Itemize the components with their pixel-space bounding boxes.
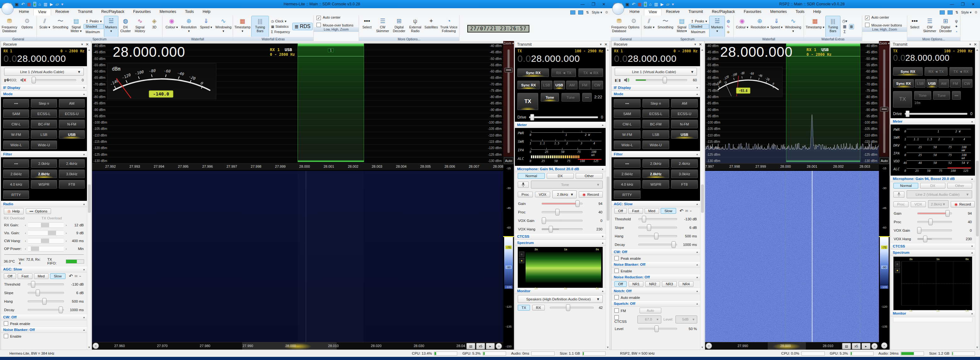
shaded-button[interactable]: Shaded xyxy=(689,24,709,29)
mic-profile-button[interactable]: Normal xyxy=(518,173,545,179)
section-noise-reduction[interactable]: Noise Reduction: Off xyxy=(614,275,650,279)
spinner[interactable] xyxy=(28,222,64,228)
waterfall-palette[interactable]: -15-30-45-60-75-90-105-120-135-150 « xyxy=(879,165,889,350)
ribbon-tab[interactable]: Tools xyxy=(181,8,198,16)
section-mode[interactable]: Mode xyxy=(614,92,623,96)
tx-am-button[interactable]: AM xyxy=(939,79,949,88)
zoom-factor-button[interactable]: x5 xyxy=(476,343,485,349)
tuning-bars-button[interactable]: |||Tuning Bars xyxy=(826,16,840,37)
gear-icon[interactable]: ⚙ xyxy=(974,10,977,14)
graph-icon[interactable]: ⌁ xyxy=(79,274,81,278)
rds-button[interactable]: ≣ xyxy=(849,24,854,29)
mode-button[interactable]: ECSS-L xyxy=(31,109,57,118)
home-icon[interactable]: ⌂ xyxy=(38,2,41,6)
trunk-voice-icon[interactable]: ◔ xyxy=(955,30,958,34)
tx-bandwidth-select[interactable]: 2.8kHz▼ xyxy=(928,200,948,208)
band-scroll-right-button[interactable]: » xyxy=(871,343,878,349)
resolution-button[interactable]: ⊕Resolution ▾ xyxy=(181,16,197,37)
mode-button[interactable]: BC-FM xyxy=(31,120,57,128)
mode-button[interactable]: USB xyxy=(671,130,698,139)
audio-device-select[interactable]: Line 1 (Virtual Audio Cable)▼ xyxy=(4,68,84,76)
digital-decoder-button[interactable]: ⊞Digital Decoder xyxy=(391,16,407,37)
filter-button[interactable]: 2.4kHz xyxy=(59,159,85,168)
spinner[interactable] xyxy=(28,230,64,236)
frequency-database-button[interactable]: ⛃Frequency Database xyxy=(1,16,18,37)
ribbon-tab[interactable]: Rec/Playback xyxy=(97,8,129,16)
signal-meter-button[interactable]: ▤Signal Meter ▾ xyxy=(69,16,83,37)
agc-button[interactable]: Fast xyxy=(18,273,32,279)
section-monitor[interactable]: Monitor xyxy=(893,312,906,315)
section-squelch[interactable]: Squelch: Off xyxy=(614,302,635,306)
filter-button[interactable]: ••• xyxy=(3,159,29,168)
spectrum-bulb-icon[interactable]: ● xyxy=(895,268,900,273)
filter-button[interactable]: 2.0kHz xyxy=(643,159,669,168)
ribbon-tab[interactable]: Transmit xyxy=(684,8,707,16)
mic-profile-button[interactable]: Other xyxy=(576,173,603,179)
rx-from-tx-button[interactable]: RX ◄ TX xyxy=(924,67,948,76)
zoom-slider[interactable] xyxy=(503,46,514,157)
tx-frequency[interactable]: 0.028.000.000 xyxy=(893,53,972,63)
satellites-button[interactable]: ✦Satellites xyxy=(423,16,439,37)
mode-button[interactable]: Wide-L xyxy=(614,141,641,149)
proc-button[interactable]: Proc xyxy=(518,192,533,197)
monitor-icon[interactable] xyxy=(570,10,575,14)
cw-skimmer-button[interactable]: ☰CW Skimmer xyxy=(375,16,390,37)
resolution-button[interactable]: ⊕Resolution ▾ xyxy=(750,16,769,37)
section-if-display[interactable]: IF Display xyxy=(3,86,20,90)
ribbon-tab[interactable]: Home xyxy=(625,8,644,16)
mode-button[interactable]: ECSS-U xyxy=(671,109,698,118)
record-button[interactable]: ◉Record xyxy=(951,201,975,207)
nr-button[interactable]: NR1 xyxy=(628,281,643,287)
slider[interactable] xyxy=(638,227,677,229)
ribbon-tab[interactable]: View xyxy=(644,8,662,16)
panel-collapse-icon[interactable]: ▼ xyxy=(969,43,972,46)
tx-more-button[interactable]: ••• xyxy=(582,93,592,101)
undo-icon[interactable]: ↶ xyxy=(632,2,635,6)
windowing-button[interactable]: ∿Windowing ▾ xyxy=(783,16,803,37)
slider[interactable] xyxy=(542,211,582,213)
ribbon-tab[interactable]: Rec/Playback xyxy=(707,8,739,16)
markers-button[interactable]: ☱Markers ▾ xyxy=(104,16,118,37)
timestamp-button[interactable]: ▦Timestamp ▾ xyxy=(234,16,251,37)
mic-profile-button[interactable]: Normal xyxy=(893,183,918,189)
transmit-scrollbar[interactable]: ▲▼ xyxy=(606,48,610,350)
tx-from-rx-button[interactable]: TX ◄ RX xyxy=(950,67,972,76)
mic-profile-button[interactable]: DX xyxy=(547,173,574,179)
zoom-slider[interactable] xyxy=(879,46,889,157)
ribbon-tab[interactable]: Help xyxy=(198,8,215,16)
gear-icon[interactable]: ⚙ xyxy=(605,10,608,14)
mode-button[interactable]: Wide-U xyxy=(31,141,57,149)
section-monitor[interactable]: Monitor xyxy=(517,289,530,293)
style-selector[interactable]: Style ▾ xyxy=(592,10,602,14)
tx-button[interactable]: TX xyxy=(517,93,538,110)
band-scale[interactable]: 27.99028.00028.010 « ▤ x5 ▸ » xyxy=(705,342,879,350)
chart-icon[interactable]: ▥ xyxy=(654,2,658,6)
notch-auto-checkbox[interactable]: Auto enable xyxy=(614,295,640,299)
section-noise-blanker[interactable]: Noise Blanker: Off xyxy=(3,328,35,332)
tuning-bars-button[interactable]: |||Tuning Bars xyxy=(251,16,269,37)
mode-button[interactable]: Wide-U xyxy=(643,141,669,149)
envelope-icon[interactable]: ✉ xyxy=(74,274,78,278)
panel-close-icon[interactable]: ✕ xyxy=(604,42,608,46)
app-menu-button[interactable] xyxy=(2,3,14,15)
filter-button[interactable]: ••• xyxy=(614,159,641,168)
mode-button[interactable]: N-FM xyxy=(59,120,85,128)
select-button[interactable]: •••Select xyxy=(908,16,921,37)
ctcss-tone-select[interactable]: 67.0▾ xyxy=(637,315,661,323)
ribbon-tab[interactable]: Home xyxy=(14,8,33,16)
tx-usb-button[interactable]: USB xyxy=(926,79,937,88)
statistics-button[interactable]: ▦ Statistics xyxy=(269,24,292,29)
slider[interactable] xyxy=(638,218,677,220)
clock-button[interactable]: ◷ Clock ▾ xyxy=(269,19,292,23)
slider[interactable] xyxy=(542,203,582,205)
volume-slider[interactable] xyxy=(32,79,76,81)
spectrum-plot[interactable]: 1 -40 dBm-45 dBm-50 dBm-55 dBm-60 dBm-65… xyxy=(92,43,503,163)
agc-button[interactable]: Off xyxy=(614,208,627,214)
frequency-database-button[interactable]: ⛃Frequency Database xyxy=(612,16,627,37)
zoom-step-button[interactable]: ▸ xyxy=(862,343,870,349)
camera-icon[interactable]: ▣ xyxy=(15,2,19,6)
panel-collapse-icon[interactable]: ▼ xyxy=(694,43,697,46)
graph-icon[interactable]: ⌁ xyxy=(690,209,692,213)
shaded-button[interactable]: Shaded xyxy=(84,24,103,29)
filter-button[interactable]: RTTY xyxy=(3,190,29,199)
